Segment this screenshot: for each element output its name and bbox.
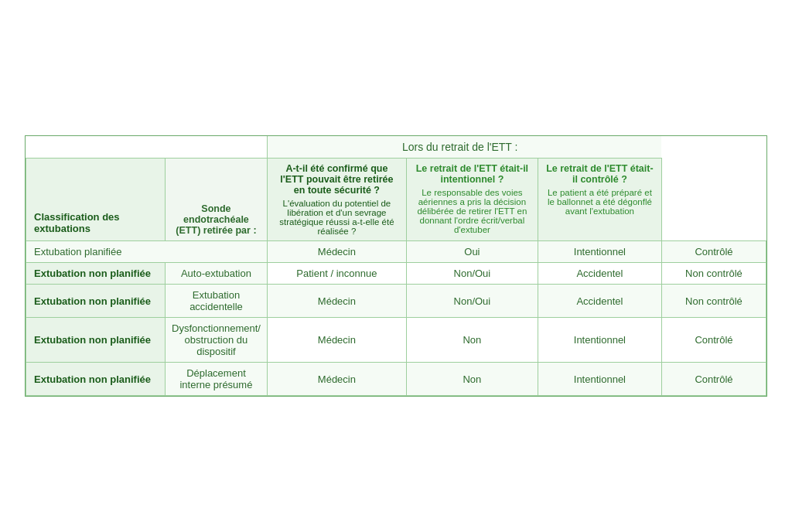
unplanned-label-4: Extubation non planifiée xyxy=(26,363,166,396)
col-header-confirmed: A-t-il été confirmé que l'ETT pouvait êt… xyxy=(267,159,406,241)
col-header-intentional: Le retrait de l'ETT était-il intentionne… xyxy=(406,159,538,241)
top-header-label: Lors du retrait de l'ETT : xyxy=(267,136,661,159)
unplanned-sonde-3: Médecin xyxy=(267,318,406,363)
unplanned-sonde-2: Médecin xyxy=(267,285,406,318)
unplanned-row-2: Extubation non planifiée Extubation acci… xyxy=(26,285,766,318)
unplanned-confirmed-3: Non xyxy=(406,318,538,363)
unplanned-intentional-2: Accidentel xyxy=(538,285,661,318)
unplanned-label-1: Extubation non planifiée xyxy=(26,263,166,285)
unplanned-row-4: Extubation non planifiée Déplacement int… xyxy=(26,363,766,396)
col4-title: Le retrait de l'ETT était-il intentionne… xyxy=(413,163,531,185)
planned-intentional: Intentionnel xyxy=(538,241,661,263)
classification-label: Classification des extubations xyxy=(34,211,120,234)
unplanned-desc-1: Auto-extubation xyxy=(166,263,268,285)
col4-sub: Le responsable des voies aériennes a pri… xyxy=(413,188,531,234)
col3-sub: L'évaluation du potentiel de libération … xyxy=(274,199,400,236)
unplanned-row-3: Extubation non planifiée Dysfonctionneme… xyxy=(26,318,766,363)
unplanned-desc-4: Déplacement interne présumé xyxy=(166,363,268,396)
main-table-wrapper: Lors du retrait de l'ETT : Classificatio… xyxy=(25,135,767,397)
col-header-controlled: Le retrait de l'ETT était-il contrôlé ? … xyxy=(538,159,661,241)
col3-title: A-t-il été confirmé que l'ETT pouvait êt… xyxy=(274,163,400,196)
unplanned-desc-3: Dysfonctionnement/ obstruction du dispos… xyxy=(166,318,268,363)
planned-row: Extubation planifiée Médecin Oui Intenti… xyxy=(26,241,766,263)
unplanned-confirmed-2: Non/Oui xyxy=(406,285,538,318)
unplanned-confirmed-4: Non xyxy=(406,363,538,396)
planned-controlled: Contrôlé xyxy=(661,241,766,263)
unplanned-intentional-4: Intentionnel xyxy=(538,363,661,396)
unplanned-label-3: Extubation non planifiée xyxy=(26,318,166,363)
planned-confirmed: Oui xyxy=(406,241,538,263)
col-header-sonde: Sonde endotrachéale (ETT) retirée par : xyxy=(166,159,268,241)
unplanned-sonde-4: Médecin xyxy=(267,363,406,396)
unplanned-row-1: Extubation non planifiée Auto-extubation… xyxy=(26,263,766,285)
planned-label: Extubation planifiée xyxy=(26,241,268,263)
col-header-classification: Classification des extubations xyxy=(26,159,166,241)
col5-title: Le retrait de l'ETT était-il contrôlé ? xyxy=(544,163,655,185)
empty-header-cell xyxy=(26,136,268,159)
col5-sub: Le patient a été préparé et le ballonnet… xyxy=(544,188,655,216)
unplanned-controlled-1: Non contrôlé xyxy=(661,263,766,285)
unplanned-sonde-1: Patient / inconnue xyxy=(267,263,406,285)
unplanned-label-2: Extubation non planifiée xyxy=(26,285,166,318)
unplanned-controlled-2: Non contrôlé xyxy=(661,285,766,318)
sonde-label: Sonde endotrachéale (ETT) retirée par : xyxy=(176,203,256,236)
unplanned-desc-2: Extubation accidentelle xyxy=(166,285,268,318)
unplanned-controlled-3: Contrôlé xyxy=(661,318,766,363)
planned-sonde: Médecin xyxy=(267,241,406,263)
classification-table: Lors du retrait de l'ETT : Classificatio… xyxy=(26,136,766,396)
unplanned-controlled-4: Contrôlé xyxy=(661,363,766,396)
unplanned-intentional-3: Intentionnel xyxy=(538,318,661,363)
unplanned-intentional-1: Accidentel xyxy=(538,263,661,285)
unplanned-confirmed-1: Non/Oui xyxy=(406,263,538,285)
